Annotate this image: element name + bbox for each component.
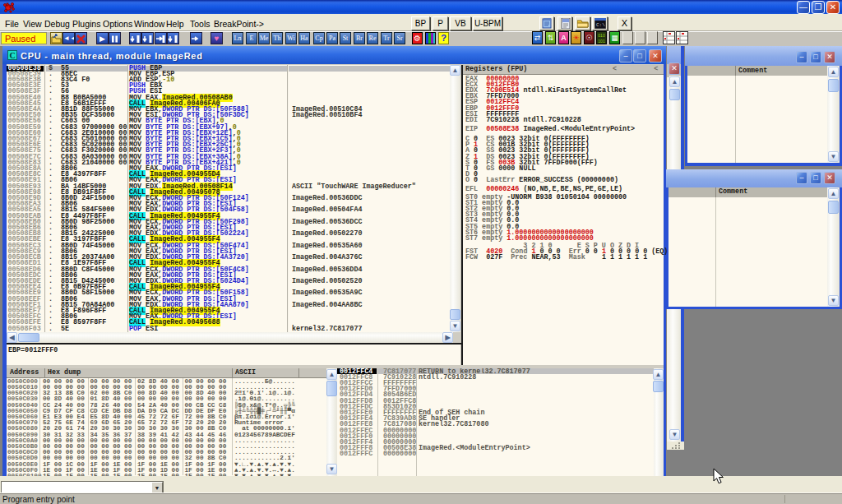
svg-text:C:\: C:\ (596, 22, 605, 28)
